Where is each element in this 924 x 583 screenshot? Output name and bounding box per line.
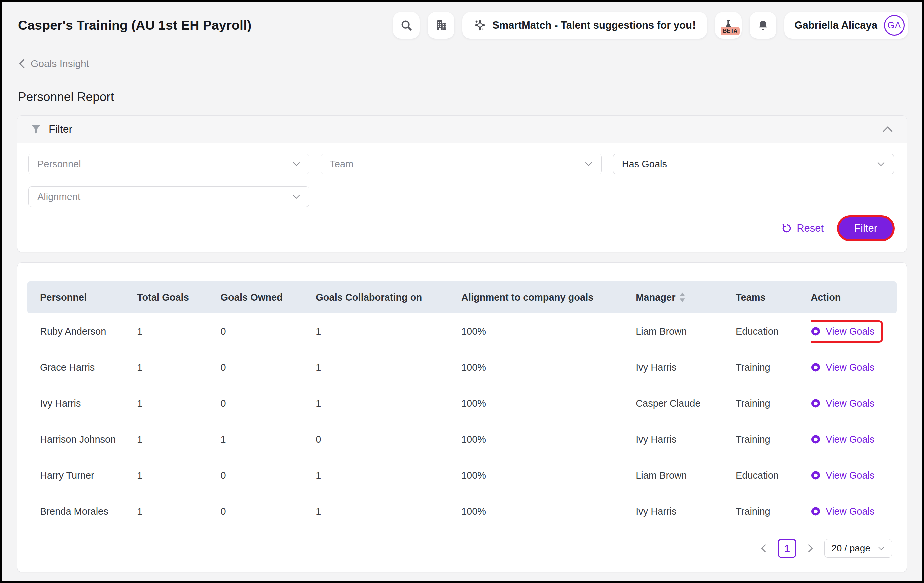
- cell-personnel: Grace Harris: [27, 349, 137, 385]
- cell-alignment: 100%: [461, 422, 636, 457]
- smartmatch-button[interactable]: SmartMatch - Talent suggestions for you!: [462, 12, 707, 39]
- organisation-button[interactable]: [427, 12, 454, 39]
- cell-total-goals: 1: [137, 385, 221, 422]
- view-goals-link[interactable]: View Goals: [810, 428, 883, 451]
- cell-action: View Goals: [810, 493, 897, 529]
- eye-icon: [810, 435, 821, 444]
- topbar: Casper's Training (AU 1st EH Payroll): [2, 2, 922, 40]
- eye-icon: [810, 399, 821, 408]
- view-goals-link[interactable]: View Goals: [810, 464, 883, 487]
- table-row: Harry Turner 1 0 1 100% Liam Brown Educa…: [27, 457, 897, 493]
- cell-goals-owned: 0: [221, 493, 316, 529]
- cell-goals-owned: 0: [221, 313, 316, 349]
- chevron-down-icon: [292, 161, 300, 167]
- breadcrumb[interactable]: Goals Insight: [18, 58, 89, 69]
- col-total-goals: Total Goals: [137, 281, 221, 313]
- search-button[interactable]: [393, 12, 420, 39]
- page-size-value: 20 / page: [831, 543, 870, 554]
- chevron-down-icon: [878, 546, 885, 551]
- table-header-row: Personnel Total Goals Goals Owned Goals …: [27, 281, 897, 313]
- cell-manager: Casper Claude: [636, 385, 736, 422]
- cell-teams: Training: [736, 349, 810, 385]
- cell-teams: Education: [736, 457, 810, 493]
- col-alignment: Alignment to company goals: [461, 281, 636, 313]
- user-name: Gabriella Alicaya: [794, 19, 877, 31]
- col-goals-owned: Goals Owned: [221, 281, 316, 313]
- cell-alignment: 100%: [461, 493, 636, 529]
- cell-teams: Education: [736, 313, 810, 349]
- view-goals-link[interactable]: View Goals: [810, 392, 883, 415]
- breadcrumb-label: Goals Insight: [31, 58, 89, 69]
- cell-action: View Goals: [810, 422, 897, 457]
- chevron-down-icon: [877, 161, 885, 167]
- cell-total-goals: 1: [137, 422, 221, 457]
- col-goals-collaborating: Goals Collaborating on: [315, 281, 461, 313]
- has-goals-select[interactable]: Has Goals: [613, 154, 894, 175]
- cell-manager: Liam Brown: [636, 457, 736, 493]
- personnel-select[interactable]: Personnel: [28, 154, 309, 175]
- table-row: Harrison Johnson 1 1 0 100% Ivy Harris T…: [27, 422, 897, 457]
- labs-button[interactable]: BETA: [715, 12, 741, 39]
- cell-personnel: Harrison Johnson: [27, 422, 137, 457]
- view-goals-link[interactable]: View Goals: [810, 500, 883, 523]
- notifications-button[interactable]: [749, 12, 776, 39]
- cell-action: View Goals: [810, 385, 897, 422]
- report-table-card: Personnel Total Goals Goals Owned Goals …: [17, 262, 907, 572]
- cell-personnel: Harry Turner: [27, 457, 137, 493]
- cell-goals-collaborating: 1: [315, 385, 461, 422]
- reset-button[interactable]: Reset: [781, 222, 823, 234]
- alignment-select[interactable]: Alignment: [28, 186, 309, 207]
- pagination: 1 20 / page: [27, 539, 897, 558]
- cell-personnel: Ruby Anderson: [27, 313, 137, 349]
- search-icon: [400, 19, 412, 32]
- topbar-actions: SmartMatch - Talent suggestions for you!…: [393, 12, 908, 39]
- cell-goals-collaborating: 1: [315, 457, 461, 493]
- eye-icon: [810, 327, 821, 336]
- table-row: Brenda Morales 1 0 1 100% Ivy Harris Tra…: [27, 493, 897, 529]
- sort-icon: [679, 292, 686, 303]
- screen: Casper's Training (AU 1st EH Payroll): [0, 0, 924, 583]
- cell-personnel: Brenda Morales: [27, 493, 137, 529]
- filter-body: Personnel Team Has Goals: [17, 143, 907, 252]
- filter-title: Filter: [49, 123, 73, 135]
- view-goals-link[interactable]: View Goals: [810, 320, 883, 343]
- chevron-left-icon: [18, 58, 26, 69]
- cell-goals-owned: 0: [221, 385, 316, 422]
- cell-personnel: Ivy Harris: [27, 385, 137, 422]
- next-page-button[interactable]: [805, 542, 815, 555]
- user-menu[interactable]: Gabriella Alicaya GA: [784, 12, 908, 39]
- cell-total-goals: 1: [137, 349, 221, 385]
- personnel-table: Personnel Total Goals Goals Owned Goals …: [27, 281, 897, 529]
- table-row: Ivy Harris 1 0 1 100% Casper Claude Trai…: [27, 385, 897, 422]
- page-title: Personnel Report: [18, 90, 922, 104]
- col-action: Action: [810, 281, 897, 313]
- cell-action: View Goals: [810, 313, 897, 349]
- view-goals-link[interactable]: View Goals: [810, 356, 883, 379]
- manager-sort-header[interactable]: Manager: [636, 292, 686, 303]
- reset-label: Reset: [797, 222, 823, 234]
- filter-submit-button[interactable]: Filter: [839, 217, 893, 239]
- collapse-chevron-up-icon[interactable]: [882, 126, 893, 133]
- cell-manager: Ivy Harris: [636, 349, 736, 385]
- eye-icon: [810, 507, 821, 515]
- building-icon: [434, 19, 448, 32]
- col-manager: Manager: [636, 281, 736, 313]
- page-number[interactable]: 1: [777, 539, 796, 558]
- prev-page-button[interactable]: [758, 542, 769, 555]
- alignment-select-value: Alignment: [37, 191, 81, 203]
- personnel-select-value: Personnel: [37, 159, 81, 170]
- page-size-select[interactable]: 20 / page: [824, 539, 892, 558]
- team-select[interactable]: Team: [320, 154, 601, 175]
- cell-teams: Training: [736, 422, 810, 457]
- cell-goals-owned: 0: [221, 457, 316, 493]
- cell-manager: Ivy Harris: [636, 493, 736, 529]
- cell-manager: Liam Brown: [636, 313, 736, 349]
- table-row: Ruby Anderson 1 0 1 100% Liam Brown Educ…: [27, 313, 897, 349]
- cell-goals-owned: 0: [221, 349, 316, 385]
- eye-icon: [810, 471, 821, 480]
- beta-badge: BETA: [721, 27, 740, 35]
- avatar: GA: [884, 15, 905, 36]
- cell-goals-owned: 1: [221, 422, 316, 457]
- cell-action: View Goals: [810, 457, 897, 493]
- table-row: Grace Harris 1 0 1 100% Ivy Harris Train…: [27, 349, 897, 385]
